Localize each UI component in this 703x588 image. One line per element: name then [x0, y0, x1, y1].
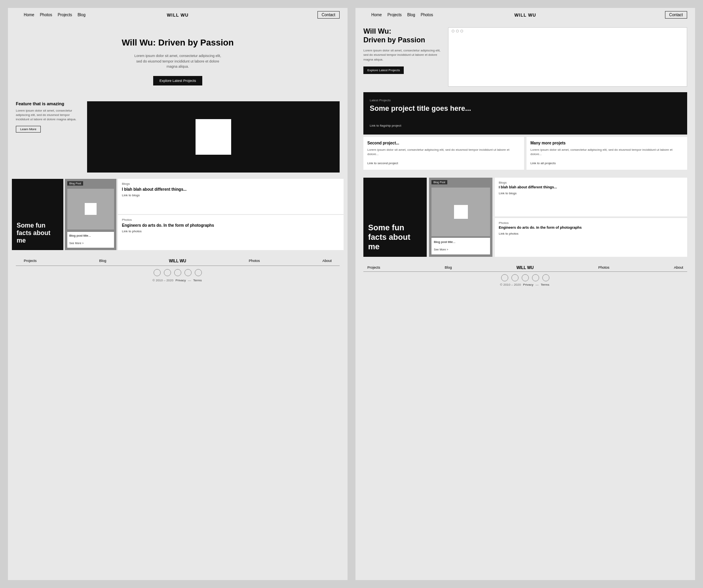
- left-footer-photos[interactable]: Photos: [249, 259, 260, 263]
- window-dot-1: [452, 30, 454, 32]
- right-blog-post-see-more[interactable]: See More >: [434, 248, 448, 251]
- right-nav-photos[interactable]: Photos: [421, 13, 433, 17]
- left-footer-about[interactable]: About: [322, 259, 332, 263]
- right-footer-circle-2[interactable]: [511, 274, 519, 281]
- right-footer-privacy[interactable]: Privacy: [523, 283, 533, 286]
- right-blog-post-info: Blog post title... See More >: [431, 238, 490, 254]
- left-footer-nav: Projects Blog WILL WU Photos About: [16, 256, 340, 266]
- right-hero-window-dots: [452, 30, 463, 32]
- right-footer-brand: WILL WU: [517, 266, 534, 270]
- right-project-label: Latest Projects: [370, 99, 681, 102]
- left-bottom-grid: Some fun facts about me Blog Post Blog p…: [8, 176, 348, 252]
- right-photos-title: Engineers do arts do. In the form of pho…: [499, 226, 683, 230]
- nav-blog[interactable]: Blog: [78, 13, 86, 17]
- right-footer-blog[interactable]: Blog: [445, 266, 452, 269]
- right-hero-body: Lorem ipsum dolor sit amet, consectetur …: [363, 48, 443, 62]
- nav-projects[interactable]: Projects: [58, 13, 72, 17]
- left-footer-brand: WILL WU: [169, 259, 186, 263]
- left-blog-post-see-more[interactable]: See More >: [69, 242, 84, 245]
- left-footer-circle-3[interactable]: [174, 269, 181, 276]
- right-bottom: Some fun facts about me Blog Post Blog p…: [355, 174, 695, 261]
- left-nav: Home Photos Projects Blog WILL WU Contac…: [8, 8, 348, 22]
- right-projects-grid: Second project... Lorem ipsum dolor sit …: [363, 137, 687, 170]
- right-projects-section: Latest Projects Some project title goes …: [355, 92, 695, 174]
- left-contact-button[interactable]: Contact: [317, 11, 340, 19]
- left-footer-circle-4[interactable]: [184, 269, 192, 276]
- right-nav-projects[interactable]: Projects: [388, 13, 402, 17]
- left-blog-post-image: [67, 189, 114, 230]
- left-footer-circle-2[interactable]: [164, 269, 171, 276]
- left-blog-post-image-inner: [85, 203, 97, 215]
- left-feature-text: Feature that is amazing Lorem ipsum dolo…: [16, 101, 79, 133]
- right-bottom-grid: Some fun facts about me Blog Post Blog p…: [363, 178, 687, 257]
- left-blog-post-card: Blog Post Blog post title... See More >: [65, 179, 116, 250]
- left-blog-post-title: Blog post title...: [69, 234, 112, 237]
- right-footer-photos[interactable]: Photos: [598, 266, 609, 269]
- right-project-second-body: Lorem ipsum dolor sit amet, consectetur …: [367, 148, 520, 156]
- left-blogs-title: I blah blah about different things...: [122, 187, 340, 192]
- right-blog-post-title: Blog post title...: [434, 240, 488, 244]
- left-blogs-block: Blogs I blah blah about different things…: [118, 179, 344, 214]
- right-project-second-title: Second project...: [367, 141, 520, 145]
- right-footer-circle-3[interactable]: [522, 274, 529, 281]
- right-project-link[interactable]: Link to flagship project: [370, 124, 401, 127]
- right-project-second-link[interactable]: Link to second project: [367, 161, 398, 165]
- right-footer-circle-5[interactable]: [542, 274, 549, 281]
- left-feature-heading: Feature that is amazing: [16, 101, 79, 106]
- right-footer-circles: [363, 274, 687, 281]
- right-footer-terms[interactable]: Terms: [541, 283, 549, 286]
- left-footer-projects[interactable]: Projects: [24, 259, 37, 263]
- right-blogs-label: Blogs: [499, 181, 683, 184]
- right-nav-blog[interactable]: Blog: [407, 13, 415, 17]
- right-photos-block: Photos Engineers do arts do. In the form…: [495, 218, 687, 257]
- right-contact-button[interactable]: Contact: [665, 11, 687, 19]
- right-project-more-title: Many more projets: [530, 141, 683, 145]
- left-footer: Projects Blog WILL WU Photos About © 201…: [8, 252, 348, 285]
- right-blogs-link[interactable]: Link to blogs: [499, 192, 683, 195]
- left-blogs-label: Blogs: [122, 182, 340, 186]
- right-hero-text: Will Wu: Driven by Passion Lorem ipsum d…: [363, 27, 443, 74]
- right-footer-projects[interactable]: Projects: [367, 266, 380, 269]
- right-footer-copy: © 2010 – 2020 Privacy — Terms: [363, 283, 687, 286]
- left-blogs-link[interactable]: Link to blogs: [122, 193, 340, 197]
- left-feature: Feature that is amazing Lorem ipsum dolo…: [8, 97, 348, 176]
- right-brand: WILL WU: [514, 13, 536, 17]
- left-hero-cta[interactable]: Explore Latest Projects: [153, 76, 203, 85]
- window-dot-3: [460, 30, 463, 32]
- left-footer-copy: © 2010 – 2020 Privacy — Terms: [16, 279, 340, 282]
- left-footer-blog[interactable]: Blog: [99, 259, 106, 263]
- right-footer-circle-4[interactable]: [532, 274, 539, 281]
- left-hero: Will Wu: Driven by Passion Lorem ipsum d…: [8, 22, 348, 97]
- window-dot-2: [456, 30, 459, 32]
- right-photos-label: Photos: [499, 221, 683, 225]
- left-brand: WILL WU: [167, 13, 188, 17]
- left-photos-link[interactable]: Link to photos: [122, 230, 340, 233]
- right-links-card: Blogs I blah blah about different things…: [495, 178, 687, 257]
- right-project-more-link[interactable]: Link to all projects: [530, 161, 556, 165]
- right-project-more: Many more projets Lorem ipsum dolor sit …: [526, 137, 687, 170]
- right-project-title: Some project title goes here...: [370, 104, 681, 113]
- right-footer-circle-1[interactable]: [501, 274, 508, 281]
- right-hero: Will Wu: Driven by Passion Lorem ipsum d…: [355, 22, 695, 92]
- right-blog-post-card: Blog Post Blog post title... See More >: [429, 178, 492, 257]
- left-hero-body: Lorem ipsum dolor sit amet, consectetur …: [134, 53, 221, 70]
- right-nav-links: Home Projects Blog Photos: [371, 13, 433, 17]
- right-nav-home[interactable]: Home: [371, 13, 382, 17]
- left-footer-privacy[interactable]: Privacy: [175, 279, 186, 282]
- nav-home[interactable]: Home: [24, 13, 34, 17]
- right-footer-about[interactable]: About: [674, 266, 683, 269]
- right-hero-cta[interactable]: Explore Latest Projects: [363, 66, 404, 74]
- right-project-second: Second project... Lorem ipsum dolor sit …: [363, 137, 524, 170]
- right-fun-facts-card: Some fun facts about me: [363, 178, 427, 257]
- left-feature-image-inner: [196, 119, 231, 155]
- left-blog-post-info: Blog post title... See More >: [67, 232, 114, 248]
- right-fun-facts-text: Some fun facts about me: [368, 223, 422, 251]
- right-blog-post-label: Blog Post: [431, 180, 447, 184]
- left-footer-circle-1[interactable]: [154, 269, 161, 276]
- left-feature-link[interactable]: Learn More: [16, 126, 41, 133]
- left-footer-terms[interactable]: Terms: [193, 279, 202, 282]
- nav-photos[interactable]: Photos: [40, 13, 52, 17]
- left-panel: Home Photos Projects Blog WILL WU Contac…: [8, 8, 348, 580]
- right-photos-link[interactable]: Link to photos: [499, 232, 683, 235]
- left-footer-circle-5[interactable]: [195, 269, 202, 276]
